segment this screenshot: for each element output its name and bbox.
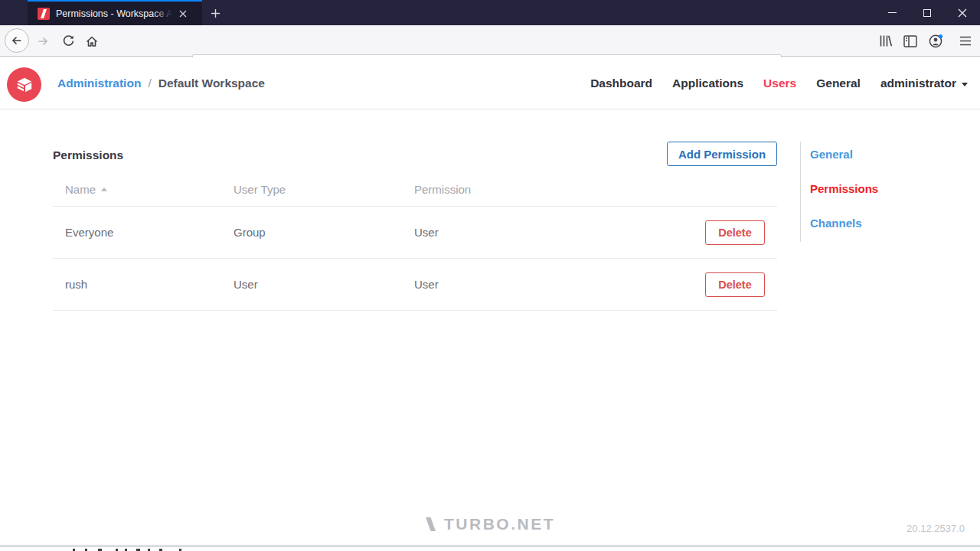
- permissions-table: Name User Type Permission Everyone Group…: [53, 172, 777, 311]
- cell-name: Everyone: [53, 226, 234, 239]
- menu-hamburger-icon[interactable]: [956, 25, 975, 57]
- delete-button[interactable]: Delete: [705, 220, 765, 245]
- page-title: Permissions: [53, 148, 123, 162]
- cell-name: rush: [53, 278, 234, 291]
- turbo-footer-glyph-icon: [425, 517, 436, 532]
- table-row: rush User User Delete: [53, 259, 777, 311]
- user-menu[interactable]: administrator: [880, 77, 968, 90]
- page-content: Administration / Default Workspace Dashb…: [0, 57, 980, 551]
- breadcrumb-current-page: Default Workspace: [158, 77, 265, 90]
- back-button[interactable]: [5, 28, 29, 53]
- page-header: Administration / Default Workspace Dashb…: [0, 57, 980, 109]
- column-header-permission[interactable]: Permission: [414, 183, 595, 196]
- chevron-down-icon: [962, 83, 968, 86]
- cell-permission: User: [414, 226, 595, 239]
- footer-brand: TURBO.NET: [0, 515, 980, 533]
- turbo-logo[interactable]: [7, 67, 41, 102]
- nav-applications[interactable]: Applications: [672, 77, 743, 90]
- footer-brand-text: TURBO.NET: [444, 515, 555, 533]
- sort-ascending-icon: [101, 187, 107, 191]
- browser-tab[interactable]: Permissions - Workspace Admi: [28, 0, 202, 25]
- column-header-user-type[interactable]: User Type: [234, 183, 414, 196]
- new-tab-button[interactable]: [205, 3, 225, 23]
- sidebar-item-permissions[interactable]: Permissions: [810, 182, 953, 195]
- library-icon[interactable]: [876, 25, 896, 57]
- window-close-button[interactable]: [945, 0, 980, 25]
- breadcrumb-separator: /: [148, 77, 151, 90]
- sidebar-item-general[interactable]: General: [810, 148, 953, 161]
- browser-titlebar: Permissions - Workspace Admi: [0, 0, 980, 25]
- user-menu-label: administrator: [880, 77, 956, 90]
- footer-version: 20.12.2537.0: [906, 523, 965, 534]
- top-nav: Dashboard Applications Users General adm…: [590, 57, 968, 109]
- nav-users[interactable]: Users: [763, 77, 796, 90]
- sidebar-item-channels[interactable]: Channels: [810, 217, 953, 230]
- breadcrumb: Administration / Default Workspace: [57, 57, 265, 109]
- sidebars-icon[interactable]: [900, 25, 920, 57]
- nav-general[interactable]: General: [816, 77, 861, 90]
- turbo-favicon-icon: [38, 8, 50, 20]
- tab-close-icon[interactable]: [175, 6, 191, 21]
- table-row: Everyone Group User Delete: [53, 207, 777, 259]
- add-permission-button[interactable]: Add Permission: [667, 142, 777, 166]
- window-maximize-button[interactable]: [910, 0, 945, 25]
- forward-button[interactable]: [34, 25, 52, 57]
- home-button[interactable]: [82, 25, 102, 57]
- reload-button[interactable]: [59, 25, 77, 57]
- cell-permission: User: [414, 278, 595, 291]
- account-icon[interactable]: [925, 25, 946, 57]
- clipped-content-fragment: [0, 546, 980, 551]
- window-minimize-button[interactable]: [874, 0, 910, 25]
- browser-toolbar: https://rushvm.turboqa.net/workspace/def…: [0, 25, 980, 57]
- window-controls: [874, 0, 980, 25]
- settings-side-nav: General Permissions Channels: [800, 142, 953, 242]
- nav-dashboard[interactable]: Dashboard: [590, 77, 652, 90]
- cell-user-type: Group: [234, 226, 414, 239]
- breadcrumb-administration[interactable]: Administration: [57, 77, 141, 90]
- tab-title: Permissions - Workspace Admi: [56, 8, 172, 19]
- table-header-row: Name User Type Permission: [53, 172, 777, 207]
- delete-button[interactable]: Delete: [705, 272, 765, 297]
- cell-user-type: User: [234, 278, 414, 291]
- column-header-name[interactable]: Name: [53, 183, 234, 196]
